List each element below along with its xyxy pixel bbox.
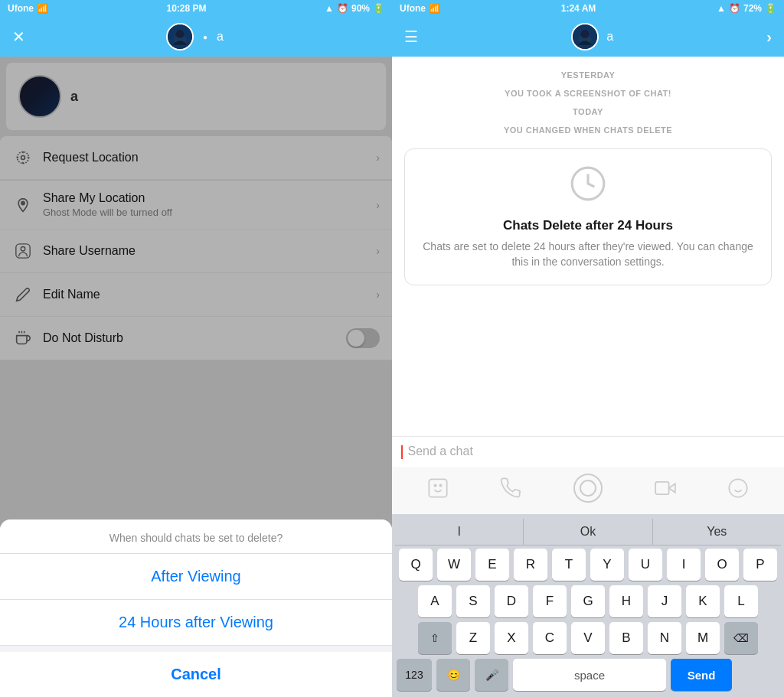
- right-panel: Ufone 📶 1:24 AM ▲ ⏰ 72% 🔋 ☰ a ›: [392, 0, 784, 697]
- system-msg-changed: YOU CHANGED WHEN CHATS DELETE: [404, 125, 772, 135]
- chat-input-bar: Send a chat: [392, 436, 784, 467]
- key-o[interactable]: O: [705, 549, 739, 581]
- keyboard-row-1: Q W E R T Y U I O P: [395, 549, 781, 581]
- card-desc: Chats are set to delete 24 hours after t…: [417, 239, 759, 269]
- emoji-icon[interactable]: [727, 477, 749, 503]
- key-p[interactable]: P: [743, 549, 777, 581]
- chat-delete-card: Chats Delete after 24 Hours Chats are se…: [404, 148, 772, 285]
- key-f[interactable]: F: [533, 585, 567, 617]
- svg-point-19: [580, 480, 596, 496]
- key-m[interactable]: M: [686, 622, 720, 654]
- key-x[interactable]: X: [495, 622, 528, 654]
- action-sheet-overlay: When should chats be set to delete? Afte…: [0, 57, 392, 697]
- phone-icon[interactable]: [500, 477, 521, 503]
- nav-center-left: ● a: [166, 23, 224, 50]
- alarm-icon-right: ⏰: [729, 3, 740, 14]
- keyboard-row-2: A S D F G H J K L: [395, 585, 781, 617]
- location-icon-left: ▲: [325, 3, 334, 14]
- key-k[interactable]: K: [686, 585, 720, 617]
- nav-username-right: a: [606, 30, 613, 44]
- svg-marker-20: [669, 484, 675, 493]
- keyboard-row-3: ⇧ Z X C V B N M ⌫: [395, 622, 781, 654]
- keyboard: I Ok Yes Q W E R T Y U I O P A S D F G H…: [392, 514, 784, 697]
- nav-username-left: a: [217, 30, 224, 44]
- svg-point-17: [439, 484, 441, 486]
- chat-area: YESTERDAY YOU TOOK A SCREENSHOT OF CHAT!…: [392, 57, 784, 436]
- action-24-hours[interactable]: 24 Hours after Viewing: [0, 600, 392, 646]
- close-button[interactable]: ✕: [12, 28, 25, 46]
- suggestion-yes[interactable]: Yes: [653, 519, 781, 545]
- key-w[interactable]: W: [437, 549, 471, 581]
- battery-icon-right: 🔋: [765, 3, 776, 14]
- key-q[interactable]: Q: [399, 549, 433, 581]
- key-e[interactable]: E: [475, 549, 509, 581]
- chat-action-bar: [392, 467, 784, 514]
- key-l[interactable]: L: [724, 585, 758, 617]
- delete-key[interactable]: ⌫: [724, 622, 758, 654]
- clock-icon: [569, 164, 607, 210]
- video-icon[interactable]: [655, 477, 676, 503]
- time-left: 10:28 PM: [167, 3, 207, 14]
- action-sheet-title: When should chats be set to delete?: [0, 519, 392, 554]
- location-icon-right: ▲: [717, 3, 726, 14]
- send-key[interactable]: Send: [671, 659, 732, 691]
- avatar-left: [166, 23, 194, 50]
- content-area-left: a Request Location ›: [0, 57, 392, 697]
- suggestion-i[interactable]: I: [395, 519, 524, 545]
- avatar-right: [571, 23, 599, 50]
- nav-chevron-right[interactable]: ›: [766, 28, 772, 46]
- action-after-viewing[interactable]: After Viewing: [0, 554, 392, 600]
- shift-key[interactable]: ⇧: [418, 622, 452, 654]
- svg-point-22: [730, 479, 747, 497]
- left-panel: Ufone 📶 10:28 PM ▲ ⏰ 90% 🔋 ✕ ● a: [0, 0, 392, 697]
- status-right-group-right: ▲ ⏰ 72% 🔋: [717, 3, 776, 14]
- key-a[interactable]: A: [418, 585, 452, 617]
- key-r[interactable]: R: [514, 549, 547, 581]
- key-d[interactable]: D: [495, 585, 528, 617]
- hamburger-menu-button[interactable]: ☰: [404, 28, 418, 46]
- dot-separator: ●: [203, 33, 207, 41]
- key-v[interactable]: V: [571, 622, 605, 654]
- status-left-group-right: Ufone 📶: [400, 3, 440, 14]
- card-title: Chats Delete after 24 Hours: [503, 218, 673, 233]
- action-cancel[interactable]: Cancel: [0, 652, 392, 697]
- key-h[interactable]: H: [609, 585, 643, 617]
- numbers-key[interactable]: 123: [397, 659, 432, 691]
- mic-key[interactable]: 🎤: [475, 659, 508, 691]
- camera-button[interactable]: [573, 473, 603, 508]
- action-sheet: When should chats be set to delete? Afte…: [0, 519, 392, 697]
- sticker-icon[interactable]: [427, 477, 449, 503]
- key-t[interactable]: T: [552, 549, 586, 581]
- svg-point-18: [574, 474, 602, 502]
- suggestion-ok[interactable]: Ok: [524, 519, 652, 545]
- nav-bar-right: ☰ a ›: [392, 17, 784, 57]
- emoji-key[interactable]: 😊: [436, 659, 470, 691]
- key-i[interactable]: I: [667, 549, 701, 581]
- key-u[interactable]: U: [629, 549, 662, 581]
- keyboard-row-4: 123 😊 🎤 space Send: [395, 659, 781, 691]
- space-key[interactable]: space: [513, 659, 666, 691]
- status-right-group-left: ▲ ⏰ 90% 🔋: [325, 3, 384, 14]
- key-b[interactable]: B: [609, 622, 643, 654]
- system-msg-yesterday: YESTERDAY: [404, 70, 772, 80]
- keyboard-suggestions: I Ok Yes: [395, 519, 781, 546]
- battery-left: 90%: [351, 3, 370, 14]
- nav-center-right: a: [571, 23, 613, 50]
- svg-point-16: [434, 484, 436, 486]
- input-placeholder: Send a chat: [401, 445, 473, 459]
- system-msg-today: TODAY: [404, 107, 772, 116]
- carrier-right: Ufone: [400, 3, 426, 14]
- key-g[interactable]: G: [571, 585, 605, 617]
- alarm-icon-left: ⏰: [337, 3, 348, 14]
- nav-bar-left: ✕ ● a: [0, 17, 392, 57]
- key-s[interactable]: S: [456, 585, 490, 617]
- key-z[interactable]: Z: [456, 622, 490, 654]
- key-y[interactable]: Y: [590, 549, 624, 581]
- avatar-image-left: [168, 24, 192, 49]
- key-j[interactable]: J: [648, 585, 681, 617]
- key-n[interactable]: N: [648, 622, 681, 654]
- svg-rect-15: [429, 479, 446, 497]
- key-c[interactable]: C: [533, 622, 567, 654]
- status-bar-right: Ufone 📶 1:24 AM ▲ ⏰ 72% 🔋: [392, 0, 784, 17]
- svg-point-13: [581, 30, 590, 38]
